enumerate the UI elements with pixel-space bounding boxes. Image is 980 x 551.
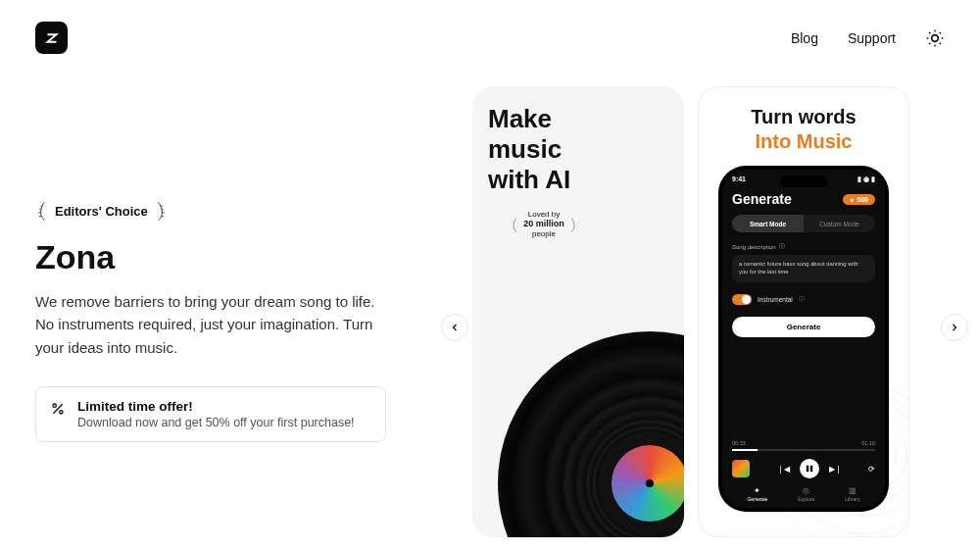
app-title: Zona [35, 238, 417, 276]
pause-icon [806, 465, 813, 473]
left-column: Editors' Choice Zona We remove barriers … [35, 64, 417, 442]
mode-tabs: Smart Mode Custom Mode [732, 215, 875, 232]
instrumental-row: Instrumental ⓘ [732, 294, 875, 305]
vinyl-record-graphic [498, 331, 684, 537]
loved-by-badge: Loved by 20 million people [472, 210, 668, 239]
generate-header: Generate ● 500 [732, 191, 875, 207]
svg-point-0 [932, 34, 939, 41]
signal-wifi-battery-icon: ▮ ◉ ▮ [858, 175, 875, 183]
generate-title: Generate [732, 191, 792, 207]
screenshot-card-1[interactable]: Make music with AI Loved by 20 million p… [472, 86, 684, 537]
offer-title: Limited time offer! [77, 399, 355, 414]
svg-point-2 [53, 404, 56, 407]
card1-headline: Make music with AI [488, 104, 668, 196]
header-nav: Blog Support [791, 28, 945, 48]
skip-forward-icon[interactable]: ▶❘ [829, 465, 842, 474]
screenshot-card-2[interactable]: Turn words Into Music 9:41 ▮ ◉ ▮ Generat… [698, 86, 909, 537]
svg-rect-11 [809, 466, 811, 472]
nav-library[interactable]: ▥ Library [845, 486, 859, 502]
carousel-prev-button[interactable] [441, 314, 468, 341]
generate-button[interactable]: Generate [732, 317, 875, 337]
tab-custom-mode[interactable]: Custom Mode [804, 215, 875, 232]
editors-choice-badge: Editors' Choice [35, 201, 417, 221]
time-total: 01:10 [861, 440, 875, 446]
loop-icon[interactable]: ⟳ [868, 465, 875, 474]
app-description: We remove barriers to bring your dream s… [35, 290, 383, 359]
offer-box: Limited time offer! Download now and get… [35, 386, 386, 442]
time-elapsed: 00:33 [732, 440, 746, 446]
theme-toggle-icon[interactable] [925, 28, 945, 48]
progress-bar[interactable] [732, 449, 875, 451]
phone-notch [780, 175, 827, 187]
tab-smart-mode[interactable]: Smart Mode [732, 215, 804, 232]
phone-mockup: 9:41 ▮ ◉ ▮ Generate ● 500 Smart Mode Cus… [722, 170, 885, 508]
phone-bottom-nav: ✦ Generate ◎ Explore ▥ Library [732, 486, 875, 502]
app-logo[interactable] [35, 22, 68, 54]
info-icon: ⓘ [799, 295, 805, 304]
library-icon: ▥ [849, 486, 857, 495]
skip-back-icon[interactable]: ❘◀ [777, 465, 790, 474]
nav-explore[interactable]: ◎ Explore [798, 486, 814, 502]
laurel-right-icon [154, 201, 168, 221]
instrumental-toggle[interactable] [732, 294, 752, 305]
offer-subtitle: Download now and get 50% off your first … [77, 416, 355, 429]
carousel-next-button[interactable] [941, 314, 968, 341]
laurel-left-icon [510, 217, 519, 232]
nav-generate[interactable]: ✦ Generate [747, 486, 767, 502]
compass-icon: ◎ [803, 486, 809, 495]
laurel-left-icon [35, 201, 49, 221]
svg-rect-10 [806, 466, 808, 472]
song-description-input[interactable]: a romantic future bass song about dancin… [732, 255, 875, 282]
svg-line-1 [53, 404, 62, 413]
app-header: Blog Support [0, 0, 980, 64]
arrow-left-icon [449, 322, 461, 333]
laurel-right-icon [568, 217, 578, 232]
instrumental-label: Instrumental [758, 296, 793, 303]
card2-headline: Turn words Into Music [714, 105, 893, 154]
logo-icon [43, 29, 61, 47]
sparkle-icon: ✦ [754, 486, 760, 495]
screenshot-carousel: Make music with AI Loved by 20 million p… [472, 86, 962, 537]
coin-icon: ● [850, 196, 854, 203]
percent-icon [50, 401, 66, 417]
badge-label: Editors' Choice [55, 204, 148, 219]
track-thumbnail[interactable] [732, 460, 750, 477]
svg-point-3 [60, 410, 63, 413]
nav-support[interactable]: Support [848, 30, 896, 46]
song-description-label: Song description ⓘ [732, 242, 875, 251]
mini-player: 00:33 01:10 ❘◀ ▶❘ ⟳ [732, 440, 875, 478]
arrow-right-icon [949, 322, 960, 333]
nav-blog[interactable]: Blog [791, 30, 818, 46]
info-icon: ⓘ [779, 242, 785, 251]
credits-pill: ● 500 [843, 194, 875, 205]
carousel-slides: Make music with AI Loved by 20 million p… [472, 86, 962, 537]
pause-button[interactable] [800, 459, 819, 478]
